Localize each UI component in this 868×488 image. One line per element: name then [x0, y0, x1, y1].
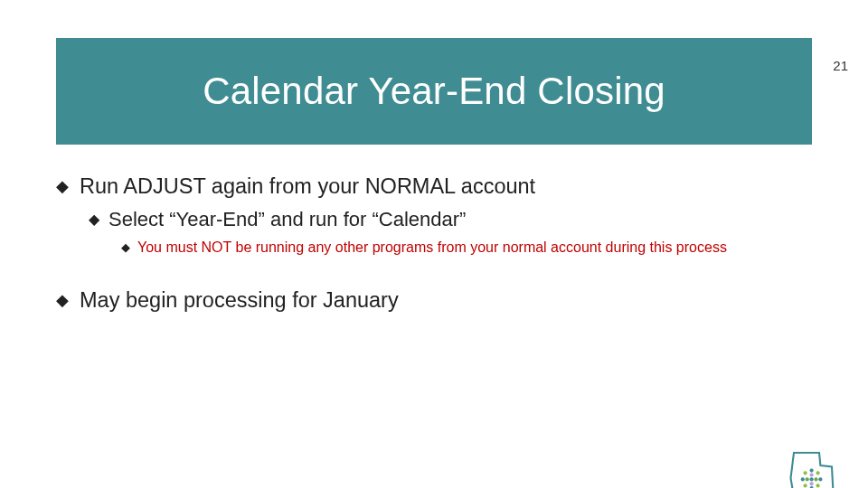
slide-title: Calendar Year-End Closing	[203, 70, 665, 113]
diamond-bullet-icon: ◆	[89, 206, 99, 233]
diamond-bullet-icon: ◆	[121, 237, 130, 258]
spacer	[56, 267, 812, 286]
title-band: Calendar Year-End Closing	[56, 38, 812, 145]
bullet-text: Select “Year-End” and run for “Calendar”	[108, 206, 466, 233]
svg-point-7	[804, 471, 807, 474]
slide-body: ◆ Run ADJUST again from your NORMAL acco…	[0, 145, 868, 314]
bullet-level-1: ◆ Run ADJUST again from your NORMAL acco…	[56, 172, 812, 201]
bullet-level-3: ◆ You must NOT be running any other prog…	[121, 237, 812, 258]
warning-text: You must NOT be running any other progra…	[137, 237, 727, 258]
diamond-bullet-icon: ◆	[56, 172, 69, 201]
svg-point-11	[814, 477, 817, 481]
ohio-logo-icon	[781, 446, 844, 488]
svg-point-5	[804, 483, 807, 487]
bullet-level-2: ◆ Select “Year-End” and run for “Calenda…	[89, 206, 812, 233]
svg-point-0	[810, 469, 814, 473]
svg-point-4	[816, 483, 820, 487]
bullet-level-1: ◆ May begin processing for January	[56, 286, 812, 314]
slide: 21 Calendar Year-End Closing ◆ Run ADJUS…	[0, 38, 868, 488]
bullet-text: Run ADJUST again from your NORMAL accoun…	[80, 172, 535, 201]
svg-point-10	[806, 477, 809, 481]
bullet-text: May begin processing for January	[80, 286, 399, 314]
svg-point-6	[816, 471, 820, 474]
svg-point-12	[810, 477, 814, 481]
slide-number: 21	[833, 58, 848, 73]
svg-point-9	[810, 482, 814, 485]
diamond-bullet-icon: ◆	[56, 286, 69, 314]
svg-point-3	[818, 477, 822, 481]
svg-point-8	[810, 473, 814, 476]
svg-point-2	[801, 477, 805, 481]
